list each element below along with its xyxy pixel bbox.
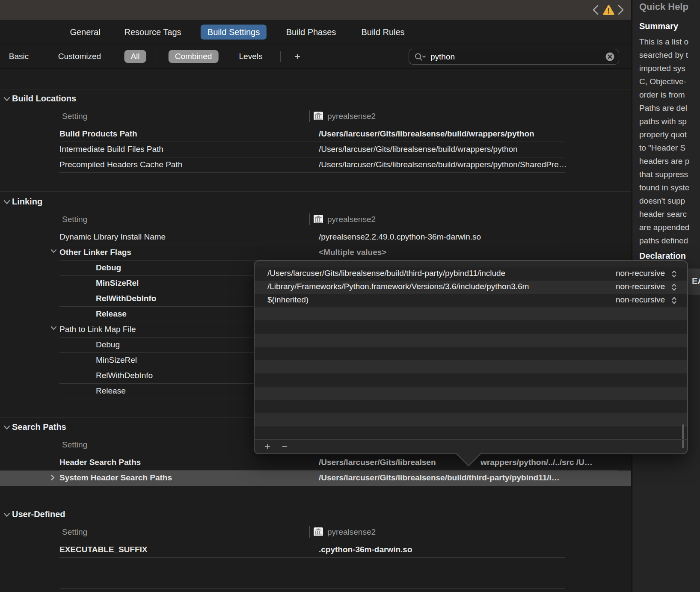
target-icon: [313, 110, 324, 121]
setting-name: Header Search Paths: [59, 458, 141, 467]
config-name: RelWithDebInfo: [96, 294, 156, 303]
setting-name: Dynamic Library Install Name: [59, 232, 166, 242]
config-name: Release: [96, 386, 126, 396]
divider: [0, 89, 631, 89]
setting-value[interactable]: <Multiple values>: [319, 248, 386, 257]
summary-line: doesn't supp: [639, 196, 700, 210]
target-name: pyrealsense2: [327, 527, 376, 537]
empty-row: [0, 573, 631, 589]
search-field[interactable]: [409, 49, 619, 65]
mode-levels[interactable]: Levels: [239, 52, 263, 61]
setting-value[interactable]: /Users/larcuser/Gits/librealsense/build/…: [319, 160, 567, 169]
quick-help-title: Quick Help: [639, 1, 688, 12]
setting-row-system-header-search-paths-selected[interactable]: System Header Search Paths /Users/larcus…: [0, 471, 631, 486]
mode-combined[interactable]: Combined: [169, 50, 219, 63]
path-row[interactable]: $(inherited) non-recursive: [255, 294, 687, 307]
toolbar: [0, 0, 631, 20]
tab-build-settings[interactable]: Build Settings: [201, 24, 267, 39]
tab-general[interactable]: General: [63, 24, 107, 39]
setting-value-continued[interactable]: wrappers/python/../../src /U…: [481, 458, 593, 467]
search-input[interactable]: [426, 52, 605, 62]
path-value[interactable]: $(inherited): [267, 295, 308, 305]
stepper-icon[interactable]: [671, 296, 677, 305]
setting-value[interactable]: /pyrealsense2.2.49.0.cpython-36m-darwin.…: [319, 232, 481, 242]
summary-line: paths with sp: [639, 117, 700, 130]
warning-icon[interactable]: [602, 4, 614, 16]
summary-line: Paths are del: [639, 104, 700, 117]
stepper-icon[interactable]: [671, 283, 677, 291]
section-title: Search Paths: [12, 422, 66, 432]
chevron-down-icon[interactable]: [3, 97, 10, 101]
setting-column-header: Setting: [62, 440, 87, 450]
column-divider: [309, 110, 310, 122]
scope-basic[interactable]: Basic: [9, 52, 29, 61]
setting-name: Precompiled Headers Cache Path: [59, 160, 182, 169]
recursion-mode[interactable]: non-recursive: [616, 295, 665, 305]
divider: [0, 191, 631, 192]
setting-row-dynamic-library-install-name[interactable]: Dynamic Library Install Name /pyrealsens…: [0, 230, 631, 245]
config-name: MinSizeRel: [96, 355, 137, 365]
setting-value[interactable]: /Users/larcuser/Gits/librealsen: [319, 458, 436, 467]
setting-value[interactable]: /Users/larcuser/Gits/librealsense/build/…: [319, 129, 534, 139]
recursion-mode[interactable]: non-recursive: [616, 269, 665, 278]
path-row[interactable]: /Library/Frameworks/Python.framework/Ver…: [255, 281, 687, 294]
setting-value[interactable]: .cpython-36m-darwin.so: [319, 545, 412, 554]
setting-row-precompiled-headers-cache-path[interactable]: Precompiled Headers Cache Path /Users/la…: [0, 157, 631, 173]
chevron-down-icon[interactable]: [3, 512, 10, 517]
chevron-right-icon[interactable]: [50, 474, 55, 481]
target-icon: [313, 526, 324, 537]
chevron-down-icon[interactable]: [3, 425, 10, 430]
summary-line: imported sys: [639, 64, 700, 77]
column-header-row: Setting pyrealsense2: [0, 523, 631, 542]
add-path-button[interactable]: +: [264, 440, 270, 453]
section-header-user-defined[interactable]: User-Defined: [0, 507, 631, 523]
empty-row: [0, 558, 631, 573]
row-separator: [59, 588, 565, 589]
section-header-linking[interactable]: Linking: [0, 195, 631, 210]
setting-value[interactable]: /Users/larcuser/Gits/librealsense/build/…: [319, 473, 560, 482]
section-header-build-locations[interactable]: Build Locations: [0, 92, 631, 107]
tab-build-rules[interactable]: Build Rules: [354, 24, 411, 39]
filter-divider-2: [280, 51, 281, 62]
divider: [0, 505, 631, 505]
section-build-locations: Build Locations Setting pyrealsense2 Bui…: [0, 92, 631, 173]
config-name: RelWithDebInfo: [96, 371, 153, 380]
config-name: MinSizeRel: [96, 278, 139, 288]
section-title: Linking: [12, 197, 42, 207]
setting-column-header: Setting: [62, 527, 87, 537]
chevron-down-icon[interactable]: [3, 200, 10, 204]
tab-build-phases[interactable]: Build Phases: [279, 24, 343, 39]
clear-search-icon[interactable]: [605, 52, 615, 62]
add-setting-button[interactable]: +: [294, 50, 300, 62]
chevron-down-icon[interactable]: [50, 326, 57, 330]
summary-line: to "Header S: [639, 143, 700, 157]
path-value[interactable]: /Library/Frameworks/Python.framework/Ver…: [267, 282, 529, 291]
target-icon: [313, 213, 324, 225]
summary-line: order is from: [639, 90, 700, 104]
setting-column-header: Setting: [62, 112, 87, 121]
setting-row-executable-suffix[interactable]: EXECUTABLE_SUFFIX .cpython-36m-darwin.so: [0, 542, 631, 558]
scope-customized[interactable]: Customized: [58, 52, 101, 61]
back-arrow-icon[interactable]: [591, 3, 600, 16]
path-row[interactable]: /Users/larcuser/Gits/librealsense/build/…: [255, 267, 687, 281]
setting-row-header-search-paths[interactable]: Header Search Paths /Users/larcuser/Gits…: [0, 455, 631, 471]
chevron-down-icon[interactable]: [50, 249, 57, 253]
summary-line: searched by t: [639, 50, 700, 64]
path-value[interactable]: /Users/larcuser/Gits/librealsense/build/…: [267, 269, 505, 278]
row-separator: [59, 172, 565, 173]
setting-row-build-products-path[interactable]: Build Products Path /Users/larcuser/Gits…: [0, 127, 631, 142]
forward-arrow-icon[interactable]: [616, 3, 626, 16]
quick-help-declaration-heading: Declaration: [639, 251, 686, 261]
summary-line: C, Objective-: [639, 77, 700, 90]
setting-name: System Header Search Paths: [59, 473, 172, 482]
setting-value[interactable]: /Users/larcuser/Gits/librealsense/build/…: [319, 145, 518, 154]
scope-all[interactable]: All: [124, 50, 146, 63]
tab-resource-tags[interactable]: Resource Tags: [117, 24, 188, 39]
setting-row-intermediate-build-files-path[interactable]: Intermediate Build Files Path /Users/lar…: [0, 142, 631, 157]
summary-line: This is a list o: [639, 37, 700, 50]
remove-path-button[interactable]: −: [282, 440, 288, 453]
setting-row-other-linker-flags[interactable]: Other Linker Flags <Multiple values>: [0, 245, 631, 260]
recursion-mode[interactable]: non-recursive: [616, 282, 665, 291]
stepper-icon[interactable]: [671, 270, 677, 278]
summary-line: found in syste: [639, 183, 700, 196]
